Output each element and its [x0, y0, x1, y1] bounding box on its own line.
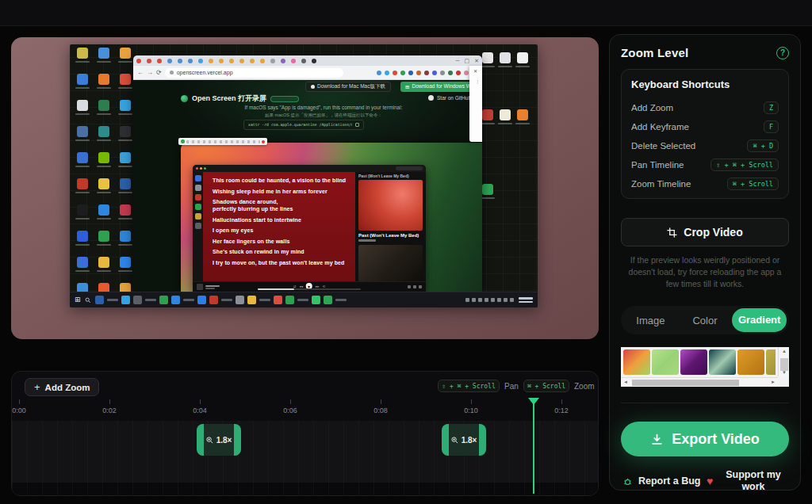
zoom-segment-2[interactable]: 1.8× — [442, 424, 486, 456]
taskbar-search-icon[interactable] — [85, 297, 91, 304]
taskbar-app-icon[interactable] — [197, 296, 206, 304]
gradient-swatch[interactable] — [680, 349, 707, 375]
favicon[interactable] — [377, 71, 381, 75]
scroll-right-icon[interactable]: ► — [771, 380, 776, 384]
desktop-icon[interactable] — [120, 257, 131, 268]
playlist-thumb[interactable] — [195, 204, 201, 210]
favicon[interactable] — [408, 71, 413, 75]
download-mac-button[interactable]: Download for Mac Mac版下载 — [305, 82, 391, 92]
desktop-icon[interactable] — [120, 152, 131, 163]
horizontal-scrollbar[interactable]: ◄ ► — [621, 377, 778, 387]
desktop-icon[interactable] — [98, 231, 109, 242]
taskbar-app-icon[interactable] — [247, 296, 256, 304]
tab-color[interactable]: Color — [678, 315, 733, 326]
taskbar-app-icon[interactable] — [209, 296, 218, 304]
taskbar-app-icon[interactable] — [312, 296, 320, 304]
favicon[interactable] — [167, 59, 172, 63]
desktop-icon[interactable] — [77, 204, 88, 216]
desktop-icon[interactable] — [77, 178, 88, 189]
desktop-icon[interactable] — [77, 257, 88, 268]
gradient-swatch[interactable] — [652, 349, 679, 375]
desktop-icon[interactable] — [120, 231, 131, 242]
panel-menu-icon[interactable]: ⋮ — [475, 78, 480, 84]
taskbar-app-icon[interactable] — [285, 296, 294, 304]
minimize-icon[interactable]: ─ — [456, 58, 460, 64]
github-link[interactable]: Star on GitHub — [428, 95, 471, 101]
export-video-button[interactable]: Export Video — [621, 422, 789, 456]
favicon[interactable] — [136, 59, 141, 63]
desktop-icon[interactable] — [120, 48, 131, 59]
favicon[interactable] — [424, 71, 429, 75]
favicon[interactable] — [440, 71, 445, 75]
playhead-line[interactable] — [533, 401, 534, 494]
desktop-icon[interactable] — [98, 257, 109, 268]
favicon[interactable] — [312, 59, 316, 63]
forward-icon[interactable]: → — [147, 70, 153, 76]
favicon[interactable] — [291, 59, 296, 63]
favicon[interactable] — [393, 71, 397, 75]
desktop-icon[interactable] — [482, 52, 493, 63]
desktop-icon[interactable] — [120, 100, 131, 111]
favicon[interactable] — [432, 71, 437, 75]
favicon[interactable] — [270, 59, 275, 63]
scroll-down-icon[interactable]: ▼ — [782, 370, 787, 375]
scroll-up-icon[interactable]: ▲ — [782, 349, 787, 353]
playlist-thumb[interactable] — [195, 185, 201, 191]
video-preview[interactable]: ─ ▢ ✕ ← → ⟳ openscreen.vercel.app ⋮ — [11, 37, 599, 339]
taskbar-app-icon[interactable] — [171, 296, 180, 304]
favicon[interactable] — [260, 59, 265, 63]
favicon[interactable] — [250, 59, 255, 63]
record-dot-icon[interactable] — [262, 140, 265, 143]
favicon[interactable] — [301, 59, 306, 63]
segment-right-handle[interactable] — [234, 424, 241, 456]
gradient-swatch[interactable] — [709, 349, 736, 375]
favicon[interactable] — [239, 59, 244, 63]
segment-left-handle[interactable] — [442, 424, 449, 456]
scroll-left-icon[interactable]: ◄ — [623, 380, 628, 384]
taskbar-app-icon[interactable] — [95, 296, 104, 304]
panel-close-icon[interactable]: ✕ — [473, 68, 477, 74]
favicon[interactable] — [157, 59, 162, 63]
desktop-icon[interactable] — [482, 184, 493, 195]
favicon[interactable] — [385, 71, 389, 75]
desktop-icon[interactable] — [120, 178, 131, 189]
desktop-icon[interactable] — [517, 52, 528, 63]
report-bug-button[interactable]: Report a Bug — [622, 475, 700, 487]
support-link[interactable]: Support my work — [719, 469, 787, 493]
taskbar-app-icon[interactable] — [236, 296, 244, 304]
taskbar-app-icon[interactable] — [159, 296, 168, 304]
previous-icon[interactable]: ◂◂ — [299, 284, 303, 288]
taskbar-app-icon[interactable] — [133, 296, 142, 304]
favicon[interactable] — [456, 71, 461, 75]
desktop-icon[interactable] — [120, 126, 131, 137]
taskbar-app-icon[interactable] — [274, 296, 282, 304]
tab-gradient[interactable]: Gradient — [732, 308, 787, 332]
desktop-icon[interactable] — [120, 74, 131, 85]
desktop-icon[interactable] — [98, 48, 109, 59]
tab-image[interactable]: Image — [623, 315, 678, 326]
timeline-ruler[interactable]: 0:000:020:040:060:080:100:12 — [12, 399, 599, 421]
segment-right-handle[interactable] — [479, 424, 486, 456]
back-icon[interactable]: ← — [137, 70, 144, 76]
playlist-thumb[interactable] — [195, 223, 201, 229]
vertical-scrollbar[interactable]: ▲ ▼ — [778, 347, 789, 376]
taskbar-app-icon[interactable] — [121, 296, 130, 304]
shuffle-icon[interactable]: ⇄ — [293, 284, 297, 288]
gradient-swatch[interactable] — [766, 349, 776, 375]
favicon[interactable] — [147, 59, 151, 63]
favicon[interactable] — [178, 59, 182, 63]
help-icon[interactable]: ? — [776, 47, 789, 59]
favicon[interactable] — [281, 59, 285, 63]
zoom-segment-1[interactable]: 1.8× — [197, 424, 241, 456]
desktop-icon[interactable] — [98, 74, 109, 85]
desktop-icon[interactable] — [77, 48, 88, 59]
desktop-icon[interactable] — [517, 109, 528, 120]
gradient-swatch[interactable] — [623, 349, 650, 375]
favicon[interactable] — [416, 71, 421, 75]
taskbar-app-icon[interactable] — [324, 296, 332, 304]
desktop-icon[interactable] — [98, 152, 109, 163]
repeat-icon[interactable]: ⟲ — [323, 284, 326, 288]
desktop-icon[interactable] — [98, 126, 109, 137]
desktop-icon[interactable] — [120, 204, 131, 216]
playlist-thumb[interactable] — [195, 175, 201, 181]
